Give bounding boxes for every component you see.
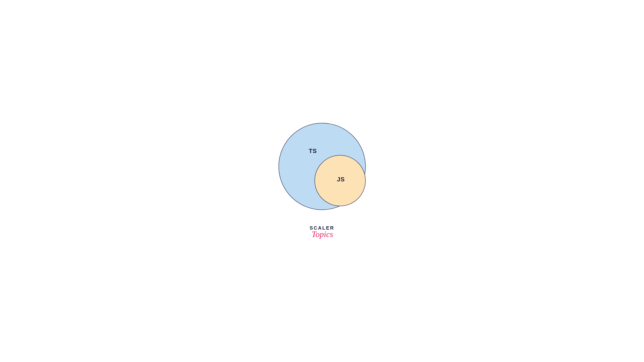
logo: SCALER Topics	[310, 225, 334, 239]
logo-text-topics: Topics	[312, 229, 333, 239]
venn-diagram: TS JS	[278, 123, 366, 210]
outer-label: TS	[309, 148, 317, 155]
inner-label: JS	[337, 176, 345, 183]
